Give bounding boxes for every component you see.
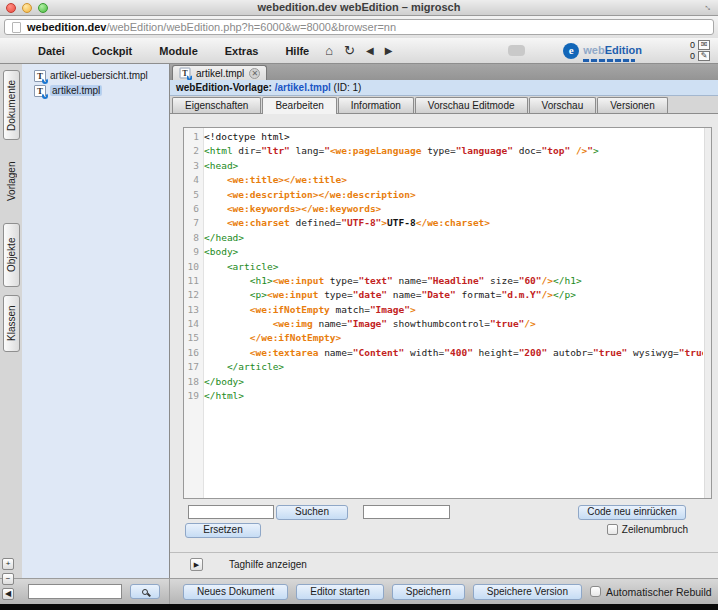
code-line: 18</body> <box>184 375 703 389</box>
code-line: 17 </article> <box>184 360 703 374</box>
document-tab[interactable]: T artikel.tmpl ✕ <box>172 65 267 80</box>
tree-search-input[interactable] <box>28 584 122 599</box>
sidebar-tab-strip: DokumenteVorlagenObjekteKlassen <box>0 64 22 578</box>
zoom-window-button[interactable] <box>38 3 48 13</box>
reindent-code-button[interactable]: Code neu einrücken <box>578 505 686 520</box>
document-id: (ID: 1) <box>331 82 362 93</box>
webedition-logo: e webEdition <box>563 40 642 62</box>
menu-items: DateiCockpitModuleExtrasHilfe <box>0 45 309 57</box>
tab-vorschau[interactable]: Vorschau <box>529 97 597 113</box>
expand-tree-button[interactable]: + <box>2 558 14 570</box>
tree-item-label: artikel.tmpl <box>50 85 102 96</box>
code-line: 15 </we:ifNotEmpty> <box>184 331 703 345</box>
document-path: /artikel.tmpl <box>272 82 331 93</box>
magnifier-icon <box>142 589 148 595</box>
refresh-icon[interactable]: ↻ <box>344 44 355 58</box>
menu-item-hilfe[interactable]: Hilfe <box>285 45 309 57</box>
neues-dokument-button[interactable]: Neues Dokument <box>183 584 288 600</box>
code-line: 13 <we:ifNotEmpty match="Image"> <box>184 303 703 317</box>
code-line: 1<!doctype html> <box>184 130 703 144</box>
collapse-tree-button[interactable]: − <box>2 573 14 585</box>
panel-divider <box>170 552 718 553</box>
code-line: 5 <we:description></we:description> <box>184 188 703 202</box>
url-host: webedition.dev <box>27 21 106 33</box>
sidebar-tab-vorlagen[interactable]: Vorlagen <box>3 148 20 215</box>
menu-item-cockpit[interactable]: Cockpit <box>92 45 132 57</box>
document-tab-label: artikel.tmpl <box>196 68 244 79</box>
ersetzen-button[interactable]: Ersetzen <box>185 523 261 538</box>
logo-circle-icon: e <box>563 43 579 59</box>
menu-item-module[interactable]: Module <box>159 45 198 57</box>
zeilenumbruch-checkbox[interactable] <box>607 524 618 535</box>
editor-starten-button[interactable]: Editor starten <box>296 584 383 600</box>
tab-eigenschaften[interactable]: Eigenschaften <box>172 97 261 113</box>
back-icon[interactable]: ◀ <box>366 44 374 58</box>
minimize-window-button[interactable] <box>22 3 32 13</box>
close-tab-icon[interactable]: ✕ <box>249 68 260 79</box>
find-input[interactable] <box>188 505 274 519</box>
code-line: 10 <article> <box>184 260 703 274</box>
screen-edge <box>0 604 718 610</box>
footer-actions: Neues DokumentEditor startenSpeichernSpe… <box>170 579 718 604</box>
code-line: 4 <we:title></we:title> <box>184 173 703 187</box>
taghilfe-label: Taghilfe anzeigen <box>229 559 307 570</box>
content-area: T artikel.tmpl ✕ webEdition-Vorlage: /ar… <box>170 64 718 578</box>
automatischer-rebuild-checkbox[interactable] <box>590 586 601 597</box>
browser-window: webedition.dev webEdition – migrosch ↔ w… <box>0 0 718 610</box>
inbox-icon[interactable]: ✉ <box>698 40 710 50</box>
speichere-version-button[interactable]: Speichere Version <box>473 584 582 600</box>
close-window-button[interactable] <box>6 3 16 13</box>
code-line: 19</html> <box>184 389 703 403</box>
tree-item-artikel-uebersicht-tmpl[interactable]: Tartikel-uebersicht.tmpl <box>34 68 169 83</box>
template-file-icon: T <box>34 70 46 82</box>
template-file-icon: T <box>180 68 191 79</box>
suchen-button[interactable]: Suchen <box>276 505 348 520</box>
page-icon <box>12 22 21 33</box>
sidebar-tab-objekte[interactable]: Objekte <box>3 223 20 287</box>
template-file-icon: T <box>34 85 46 97</box>
menu-item-extras[interactable]: Extras <box>225 45 259 57</box>
speichern-button[interactable]: Speichern <box>392 584 465 600</box>
tab-information[interactable]: Information <box>338 97 414 113</box>
tab-vorschau-editmode[interactable]: Vorschau Editmode <box>415 97 528 113</box>
editor-scrollbar[interactable] <box>704 128 711 498</box>
forward-icon[interactable]: ▶ <box>385 44 393 58</box>
logo-text-web: web <box>583 44 604 56</box>
home-icon[interactable]: ⌂ <box>325 44 333 58</box>
code-line: 2<html dir="ltr" lang="<we:pageLanguage … <box>184 144 703 158</box>
tree-item-artikel-tmpl[interactable]: Tartikel.tmpl <box>34 83 169 98</box>
code-line: 14 <we:img name="Image" showthumbcontrol… <box>184 317 703 331</box>
collapse-panel-button[interactable]: ◀ <box>2 588 14 600</box>
replace-input[interactable] <box>363 505 450 519</box>
code-line: 6 <we:keywords></we:keywords> <box>184 202 703 216</box>
zeilenumbruch-label: Zeilenumbruch <box>622 524 688 535</box>
sidebar-tab-dokumente[interactable]: Dokumente <box>3 70 20 140</box>
code-editor[interactable]: 1<!doctype html>2<html dir="ltr" lang="<… <box>183 127 712 499</box>
document-type-label: webEdition-Vorlage: <box>176 82 272 93</box>
address-bar[interactable]: webedition.dev/webEdition/webEdition.php… <box>4 19 714 35</box>
logo-text-edition: Edition <box>605 44 642 56</box>
sidebar-tab-klassen[interactable]: Klassen <box>3 295 20 352</box>
footer-toolbar: Neues DokumentEditor startenSpeichernSpe… <box>0 578 718 604</box>
code-line: 11 <h1><we:input type="text" name="Headl… <box>184 274 703 288</box>
document-tab-strip: T artikel.tmpl ✕ <box>170 64 718 80</box>
tab-versionen[interactable]: Versionen <box>597 97 667 113</box>
tree-zoom-controls: +−◀ <box>2 558 14 600</box>
window-titlebar: webedition.dev webEdition – migrosch ↔ <box>0 0 718 16</box>
tasks-icon[interactable]: ✎ <box>698 51 710 61</box>
edit-panel: 1<!doctype html>2<html dir="ltr" lang="<… <box>170 114 718 578</box>
automatischer-rebuild-label: Automatischer Rebuild <box>606 586 712 598</box>
tab-bearbeiten[interactable]: Bearbeiten <box>262 97 336 114</box>
document-header: webEdition-Vorlage: /artikel.tmpl (ID: 1… <box>170 80 718 96</box>
tree-item-label: artikel-uebersicht.tmpl <box>50 70 148 81</box>
menu-item-datei[interactable]: Datei <box>38 45 65 57</box>
taghilfe-expand-button[interactable]: ▶ <box>190 558 203 571</box>
tree-search-button[interactable] <box>130 584 160 599</box>
code-line: 7 <we:charset defined="UTF-8">UTF-8</we:… <box>184 216 703 230</box>
browser-urlbar: webedition.dev/webEdition/webEdition.php… <box>0 16 718 38</box>
code-line: 8</head> <box>184 231 703 245</box>
chat-bubble-icon[interactable] <box>508 45 525 56</box>
app-menubar: DateiCockpitModuleExtrasHilfe ⌂ ↻ ◀ ▶ e … <box>0 38 718 64</box>
footer-search-area <box>0 579 170 604</box>
main-area: DokumenteVorlagenObjekteKlassen Tartikel… <box>0 64 718 578</box>
